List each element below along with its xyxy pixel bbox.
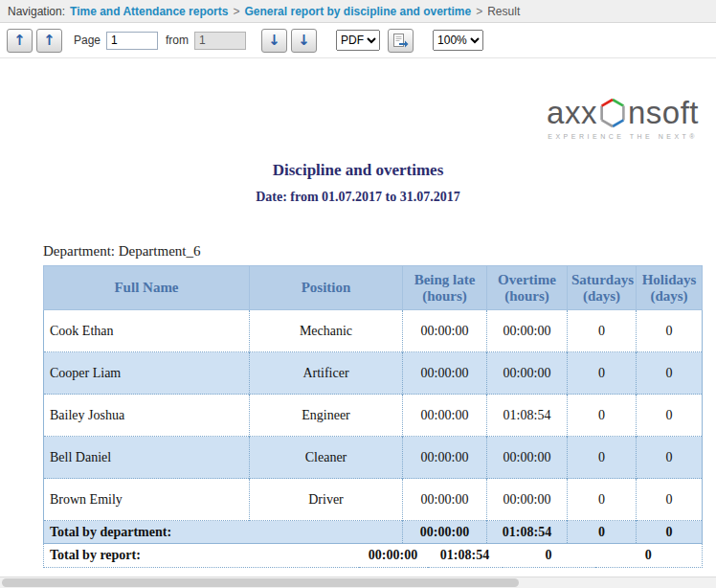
last-page-button[interactable]: ↓: [291, 29, 317, 53]
horizontal-scrollbar[interactable]: [0, 577, 716, 588]
column-header-holidays: Holidays (days): [637, 266, 703, 310]
cell-saturdays: 0: [568, 352, 637, 395]
table-row: Bell Daniel Cleaner 00:00:00 00:00:00 0 …: [44, 437, 703, 479]
column-header-overtime: Overtime (hours): [487, 266, 568, 310]
axxonsoft-logo: axx nsoft EXPERIENCE THE NEXT®: [547, 97, 699, 140]
logo-text-right: nsoft: [628, 97, 699, 128]
cell-position: Engineer: [250, 395, 403, 437]
breadcrumb-label: Navigation:: [8, 5, 65, 18]
cell-full-name: Cooper Liam: [44, 352, 250, 395]
export-format-select[interactable]: PDF: [336, 30, 380, 51]
page-number-input[interactable]: [106, 32, 158, 50]
cell-overtime: 01:08:54: [487, 395, 568, 437]
breadcrumb-separator: >: [476, 5, 482, 18]
total-report-label: Total by report:: [44, 544, 359, 567]
department-label: Department: Department_6: [43, 243, 716, 260]
previous-page-button[interactable]: ↑: [36, 29, 62, 53]
report-page: axx nsoft EXPERIENCE THE NEXT® Disciplin…: [0, 58, 716, 568]
breadcrumb-separator: >: [233, 5, 239, 18]
cell-being-late: 00:00:00: [403, 352, 487, 395]
column-header-full-name: Full Name: [44, 266, 250, 310]
horizontal-scrollbar-thumb[interactable]: [2, 578, 519, 587]
report-date-range: Date: from 01.07.2017 to 31.07.2017: [0, 190, 716, 205]
total-report-saturdays: 0: [503, 544, 595, 567]
cell-saturdays: 0: [568, 310, 637, 352]
cell-holidays: 0: [637, 437, 703, 479]
discipline-table: Full Name Position Being late (hours) Ov…: [43, 265, 703, 544]
cell-full-name: Brown Emily: [44, 479, 250, 521]
total-department-holidays: 0: [637, 521, 703, 544]
next-page-button[interactable]: ↓: [261, 29, 287, 53]
breadcrumb: Navigation: Time and Attendance reports …: [0, 0, 716, 23]
from-label: from: [166, 34, 189, 47]
column-header-position: Position: [250, 266, 403, 310]
cell-holidays: 0: [637, 395, 703, 437]
export-document-icon: [392, 33, 409, 48]
page-label: Page: [74, 34, 101, 47]
cell-overtime: 00:00:00: [487, 437, 568, 479]
column-header-saturdays: Saturdays (days): [568, 266, 637, 310]
cell-overtime: 00:00:00: [487, 479, 568, 521]
table-row: Cook Ethan Mechanic 00:00:00 00:00:00 0 …: [44, 310, 703, 352]
total-department-being-late: 00:00:00: [403, 521, 487, 544]
cell-full-name: Bailey Joshua: [44, 395, 250, 437]
table-row: Brown Emily Driver 00:00:00 00:00:00 0 0: [44, 479, 703, 521]
column-header-being-late: Being late (hours): [403, 266, 487, 310]
report-toolbar: ↑ ↑ Page from ↓ ↓ PDF 100%: [0, 23, 716, 58]
total-department-saturdays: 0: [568, 521, 637, 544]
cell-being-late: 00:00:00: [403, 310, 487, 352]
breadcrumb-link-general-report[interactable]: General report by discipline and overtim…: [244, 5, 471, 18]
cell-saturdays: 0: [568, 395, 637, 437]
arrow-down-icon: ↓: [298, 34, 310, 48]
logo-tagline: EXPERIENCE THE NEXT®: [547, 133, 699, 140]
arrow-up-icon: ↑: [13, 34, 26, 48]
table-row: Cooper Liam Artificer 00:00:00 00:00:00 …: [44, 352, 703, 395]
arrow-up-icon: ↑: [43, 34, 56, 48]
cell-being-late: 00:00:00: [403, 437, 487, 479]
cell-holidays: 0: [637, 352, 703, 395]
total-department-label: Total by department:: [44, 521, 403, 544]
arrow-down-icon: ↓: [268, 34, 280, 48]
cell-being-late: 00:00:00: [403, 479, 487, 521]
cell-full-name: Cook Ethan: [44, 310, 250, 352]
table-header-row: Full Name Position Being late (hours) Ov…: [44, 266, 703, 310]
table-row: Bailey Joshua Engineer 00:00:00 01:08:54…: [44, 395, 703, 437]
breadcrumb-link-time-attendance-reports[interactable]: Time and Attendance reports: [70, 5, 228, 18]
cell-being-late: 00:00:00: [403, 395, 487, 437]
cell-full-name: Bell Daniel: [44, 437, 250, 479]
zoom-select[interactable]: 100%: [433, 30, 483, 51]
total-by-report-table: Total by report: 00:00:00 01:08:54 0 0: [43, 544, 703, 568]
export-report-button[interactable]: [388, 29, 414, 53]
cell-saturdays: 0: [568, 479, 637, 521]
cell-holidays: 0: [637, 310, 703, 352]
cell-position: Artificer: [250, 352, 403, 395]
breadcrumb-current: Result: [487, 5, 520, 18]
report-title: Discipline and overtimes: [0, 161, 716, 180]
first-page-button[interactable]: ↑: [7, 29, 33, 53]
cell-overtime: 00:00:00: [487, 310, 568, 352]
cell-position: Driver: [250, 479, 403, 521]
hexagon-o-icon: [599, 98, 626, 128]
total-report-being-late: 00:00:00: [359, 544, 428, 567]
cell-saturdays: 0: [568, 437, 637, 479]
cell-position: Cleaner: [250, 437, 403, 479]
cell-overtime: 00:00:00: [487, 352, 568, 395]
total-by-department-row: Total by department: 00:00:00 01:08:54 0…: [44, 521, 703, 544]
logo-text-left: axx: [547, 97, 597, 128]
cell-position: Mechanic: [250, 310, 403, 352]
total-department-overtime: 01:08:54: [487, 521, 568, 544]
cell-holidays: 0: [637, 479, 703, 521]
total-report-holidays: 0: [595, 544, 703, 567]
total-by-report-row: Total by report: 00:00:00 01:08:54 0 0: [44, 544, 703, 567]
total-report-overtime: 01:08:54: [428, 544, 503, 567]
total-pages-input: [194, 32, 246, 50]
